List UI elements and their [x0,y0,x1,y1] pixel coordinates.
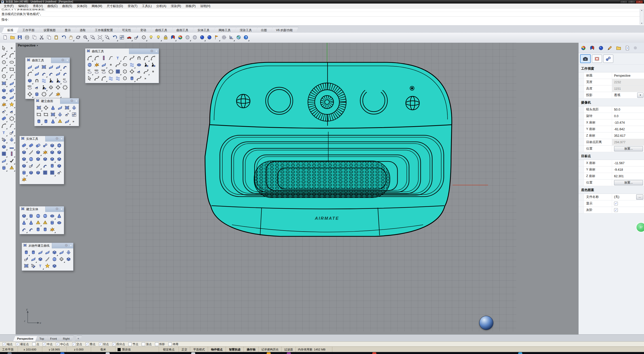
property-value-Y 座标[interactable]: -61.642 [612,126,644,132]
solid-tools-tool-27[interactable] [35,170,42,176]
tool-fillet-curve-button[interactable] [1,123,7,129]
osnap-停用[interactable]: 停用 [168,342,178,346]
灰阶-checkbox[interactable]: ✓ [614,208,618,212]
cplane-button[interactable] [140,34,147,41]
taskbar-item-1[interactable] [8,352,12,354]
osnap-中心点[interactable]: ✓中心点 [56,342,69,346]
tool-cylinder-button[interactable] [1,165,7,171]
surface-tools-titlebar[interactable]: 曲面工具× [25,58,70,63]
property-value-Z 座标[interactable]: 352.617 [612,132,644,139]
surface-tools-tool-28[interactable] [48,91,54,98]
property-value-位置[interactable]: 放置... [612,180,644,186]
curve-tools-tool-34[interactable] [107,75,114,82]
solid-tools-tool-2[interactable] [28,143,34,149]
curve-from-object-tool-15[interactable] [23,263,30,270]
create-solid-tool-6[interactable] [56,213,63,219]
curve-tools-titlebar[interactable]: 曲线工具× [85,49,159,54]
menu-item-2[interactable]: 编辑(E) [16,4,30,9]
property-value-X 座标[interactable]: -11.567 [612,160,644,166]
osnap-垂点[interactable]: ✓垂点 [86,342,96,346]
tool-boolean-union-button[interactable] [1,116,7,122]
camera-toggle-button[interactable] [580,54,591,63]
solid-tools-tool-10[interactable] [42,149,49,156]
curve-tools-tool-12[interactable] [93,62,100,68]
paste-button[interactable] [53,34,60,41]
shaded-view-button[interactable] [184,34,191,41]
copy-button[interactable] [46,34,52,41]
viewport-tab-Front[interactable]: Front [46,336,61,342]
curve-tools-tool-29[interactable] [143,69,149,75]
curve-tools-tool-23[interactable]: FAIR [100,69,107,75]
solid-tools-tool-13[interactable] [21,156,27,163]
tool-sphere-button[interactable] [8,87,15,94]
taskbar-item-6[interactable] [287,352,291,354]
cut-button[interactable] [38,34,45,41]
status-y 18.965[interactable]: y 18.965 [42,347,67,352]
perspective-viewport[interactable]: AIRMATE Perspective ▾ y x z [16,43,579,334]
status-记录建构历史[interactable]: 记录建构历史 [259,347,281,352]
tool-control-point-curve-button[interactable] [1,52,7,59]
surface-tools-tool-7[interactable] [26,71,33,77]
status-正交[interactable]: 正交 [179,347,190,352]
curve-tools-tool-5[interactable]: T [114,55,121,62]
curve-tools-tool-21[interactable]: FIT [86,69,93,75]
open-file-button[interactable] [9,34,16,41]
solid-tools-tool-31[interactable] [21,176,27,183]
curve-tools-tool-36[interactable] [122,75,128,82]
zoom-window-button[interactable] [89,34,96,41]
create-surface-tool-5[interactable] [64,105,70,111]
curve-tools-tool-9[interactable] [143,55,149,62]
status-智慧轨迹[interactable]: 智慧轨迹 [226,347,244,352]
create-surface-tool-16[interactable] [57,118,63,125]
close-button[interactable]: × [636,0,643,4]
solid-tools-tool-22[interactable] [42,163,49,169]
surface-tools-tool-26[interactable] [33,91,40,98]
property-value-旋转[interactable]: 0.0 [612,113,644,119]
curve-from-object-tool-11[interactable] [44,256,51,263]
curve-tools-gear-icon[interactable] [150,49,153,53]
solid-tools-tool-25[interactable] [21,170,27,176]
status-工作平面[interactable]: 工作平面 [0,347,18,352]
create-surface-tool-18[interactable]: » [71,118,77,125]
curve-tools-tool-13[interactable] [100,62,107,68]
curve-tools-tool-14[interactable] [107,62,114,68]
solid-tools-tool-17[interactable] [49,156,56,163]
tool-move-object-button[interactable] [8,130,15,136]
create-surface-tool-4[interactable] [57,105,63,111]
named-view-button[interactable] [126,34,133,41]
curve-tools-tool-27[interactable] [129,69,135,75]
surface-tools-tool-12[interactable] [62,71,68,77]
显示-checkbox[interactable]: ✓ [614,202,618,205]
property-value-镜头焦距[interactable]: 50.0 [612,106,644,113]
create-solid-tool-9[interactable] [35,220,42,226]
create-solid-tool-1[interactable] [21,213,27,219]
create-surface-tool-11[interactable] [64,112,70,118]
curve-from-object-tool-1[interactable] [23,249,30,256]
osnap-点[interactable]: 点 [32,342,39,346]
render-preview-ball[interactable] [479,316,493,330]
viewport-menu-caret-icon[interactable]: ▾ [37,44,38,47]
curve-from-object-tool-17[interactable]: T [37,263,44,270]
tool-pyramid-button[interactable] [8,165,15,171]
osnap-四分点[interactable]: ✓四分点 [112,342,125,346]
curve-from-object-tool-3[interactable] [37,249,44,256]
add-viewport-tab-button[interactable]: + [75,336,82,342]
menu-item-4[interactable]: 曲线(C) [45,4,60,9]
create-surface-tool-7[interactable] [35,112,42,118]
display-mode-button[interactable] [170,34,176,41]
status-过滤器[interactable]: 过滤器 [281,347,296,352]
rotate-view-button[interactable] [75,34,82,41]
curve-tools-tool-30[interactable] [150,69,156,75]
spotlight-button[interactable] [155,34,162,41]
zoom-extents-button[interactable] [104,34,111,41]
osnap-交点-checkbox[interactable]: ✓ [72,342,76,346]
curve-tools-tool-35[interactable] [114,75,121,82]
surface-tools-tool-4[interactable] [48,64,54,71]
curve-from-object-tool-8[interactable] [23,256,30,263]
windows-taskbar-sliver[interactable] [0,352,644,354]
curve-from-object-palette[interactable]: 从物件建立曲线×T [22,243,73,271]
osnap-中心点-checkbox[interactable]: ✓ [56,342,59,346]
panel-tab-context[interactable] [598,45,604,52]
surface-tools-tool-13[interactable] [26,78,33,84]
viewport-layout-button[interactable] [118,34,125,41]
